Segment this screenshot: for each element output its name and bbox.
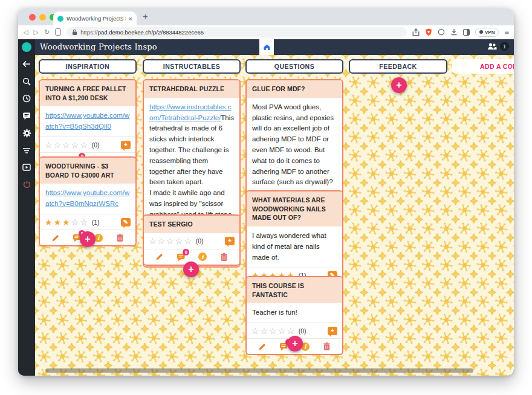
browser-menu-icon[interactable]: ≡ (504, 28, 509, 37)
url-text: https://pad.demo.beekee.ch/p/2/88344822e… (80, 29, 204, 36)
home-button[interactable] (259, 39, 274, 55)
downloads-icon[interactable] (450, 28, 458, 36)
column-header[interactable]: INSPIRATION (39, 59, 137, 74)
browser-assistant-icon[interactable] (438, 28, 445, 36)
pencil-icon (258, 342, 267, 351)
reload-icon[interactable]: ↻ (44, 28, 50, 36)
edit-card-button[interactable] (257, 342, 268, 352)
tab-title: Woodworking Projects Inspo - (66, 15, 126, 22)
column-feedback: FEEDBACK + (349, 55, 447, 376)
edit-card-button[interactable] (154, 252, 165, 262)
rating-stars-empty[interactable]: ☆☆☆☆☆ (45, 140, 89, 150)
back-arrow-icon[interactable] (22, 59, 31, 69)
app-header: Woodworking Projects Inspo 1 (18, 39, 514, 55)
vpn-status-dot (479, 30, 483, 34)
trash-icon (116, 233, 124, 242)
beekee-logo-icon (22, 42, 31, 52)
card-title[interactable]: TURNING A FREE PALLET INTO A $1,200 DESK (40, 80, 135, 106)
share-icon[interactable] (412, 28, 420, 36)
column-header[interactable]: QUESTIONS (245, 59, 343, 74)
address-bar[interactable]: https://pad.demo.beekee.ch/p/2/88344822e… (66, 27, 407, 37)
card-link[interactable]: https://www.youtube.com/watch?v=B5qSh3dQ… (45, 112, 129, 130)
add-card-button[interactable]: + (391, 77, 407, 93)
search-icon[interactable] (22, 77, 31, 86)
new-tab-button[interactable]: + (143, 11, 148, 21)
column-questions: QUESTIONS GLUE FOR MDF? Most PVA wood gl… (245, 55, 343, 376)
rating-stars-empty[interactable]: ☆☆☆☆☆ (149, 236, 193, 246)
edit-rating-button[interactable]: ✎ (121, 218, 131, 226)
bookmarks-icon[interactable] (55, 28, 61, 36)
card-title[interactable]: TETRAHEDRAL PUZZLE (144, 80, 239, 98)
pencil-icon (155, 252, 164, 261)
card-title[interactable]: THIS COURSE IS FANTASTIC (247, 277, 342, 303)
tool-sidebar (18, 55, 35, 376)
vpn-label: VPN (485, 30, 495, 35)
column-header[interactable]: FEEDBACK (349, 59, 447, 74)
column-instructables: INSTRUCTABLES TETRAHEDRAL PUZZLE https:/… (143, 55, 241, 376)
comments-icon[interactable] (22, 111, 31, 121)
card-body-text: Teacher is fun! (247, 303, 342, 323)
browser-tab-strip: Woodworking Projects Inspo - × + (18, 8, 514, 25)
settings-gear-icon[interactable] (22, 128, 31, 138)
rating-stars-empty[interactable]: ☆☆☆☆☆ (251, 326, 296, 336)
card-title[interactable]: WHAT MATERIALS ARE WOODWORKING NAILS MAD… (247, 191, 342, 226)
add-rating-button[interactable]: + (328, 327, 337, 335)
beekee-logo[interactable] (18, 39, 35, 55)
browser-window: Woodworking Projects Inspo - × + ◁ ▷ ↻ h… (18, 8, 514, 376)
delete-card-button[interactable] (321, 342, 332, 352)
brave-shield-icon[interactable] (425, 28, 432, 36)
add-rating-button[interactable]: + (225, 237, 235, 245)
card-link[interactable]: https://www.instructables.com/Tetrahedra… (149, 103, 232, 121)
browser-tab[interactable]: Woodworking Projects Inspo - × (53, 11, 137, 25)
pad-application: Woodworking Projects Inspo 1 (18, 39, 514, 376)
card-link[interactable]: https://www.youtube.com/watch?v=B0mNqzrW… (45, 189, 129, 207)
presentation-icon[interactable] (22, 162, 31, 172)
card-info-button[interactable]: i (197, 252, 208, 262)
vpn-button[interactable]: VPN (475, 28, 499, 37)
comment-count-badge: 0 (183, 249, 189, 255)
card: TURNING A FREE PALLET INTO A $1,200 DESK… (39, 79, 137, 169)
forward-icon[interactable]: ▷ (33, 28, 38, 36)
pencil-icon (51, 234, 60, 242)
delete-card-button[interactable] (114, 233, 125, 243)
connected-users-icon[interactable] (487, 42, 497, 51)
card-title[interactable]: TEST SERGIO (144, 216, 239, 233)
pad-title: Woodworking Projects Inspo (40, 42, 157, 51)
tab-favicon (57, 16, 63, 22)
column-header[interactable]: INSTRUCTABLES (143, 59, 241, 74)
add-card-button[interactable]: + (287, 336, 303, 352)
add-card-button[interactable]: + (80, 231, 96, 247)
card-title[interactable]: WOODTURNING - $3 BOARD TO £3000 ART (40, 158, 135, 184)
add-column-button[interactable]: ADD A COLUMN (452, 59, 514, 74)
power-icon[interactable] (22, 180, 31, 190)
card-body-text: Most PVA wood glues, plastic resins, and… (247, 98, 342, 193)
sort-filter-icon[interactable] (22, 146, 31, 155)
history-icon[interactable] (22, 94, 31, 103)
rating-count: (1) (92, 219, 121, 226)
rating-stars-empty[interactable]: ☆☆ (71, 217, 89, 227)
edit-card-button[interactable] (50, 233, 61, 243)
close-window-button[interactable] (29, 14, 36, 21)
online-count-badge: 1 (500, 42, 509, 51)
delete-card-button[interactable] (218, 252, 229, 262)
back-icon[interactable]: ◁ (23, 28, 28, 36)
rating-count: (0) (299, 327, 328, 335)
card-comments-button[interactable]: 0 (175, 252, 186, 262)
minimize-window-button[interactable] (39, 14, 46, 21)
column-inspiration: INSPIRATION TURNING A FREE PALLET INTO A… (39, 55, 137, 376)
info-icon: i (198, 252, 207, 261)
add-card-button[interactable]: + (183, 262, 199, 277)
trash-icon (220, 252, 228, 262)
rating-stars-filled[interactable]: ★★★ (45, 217, 71, 227)
card: TEST SERGIO ☆☆☆☆☆ (0) + 0 (143, 214, 241, 266)
card-body-text: This tetrahedral is made of 6 sticks whi… (149, 114, 234, 229)
close-tab-icon[interactable]: × (129, 15, 132, 22)
add-rating-button[interactable]: + (121, 141, 131, 149)
card-title[interactable]: GLUE FOR MDF? (247, 80, 342, 98)
horizontal-scrollbar[interactable] (45, 368, 473, 373)
sidebar-panel-icon[interactable] (463, 29, 470, 36)
padlock-icon (72, 29, 77, 36)
card-body-text: I always wondered what kind of metal are… (247, 226, 342, 267)
home-icon (263, 43, 271, 51)
rating-count: (0) (196, 237, 225, 245)
